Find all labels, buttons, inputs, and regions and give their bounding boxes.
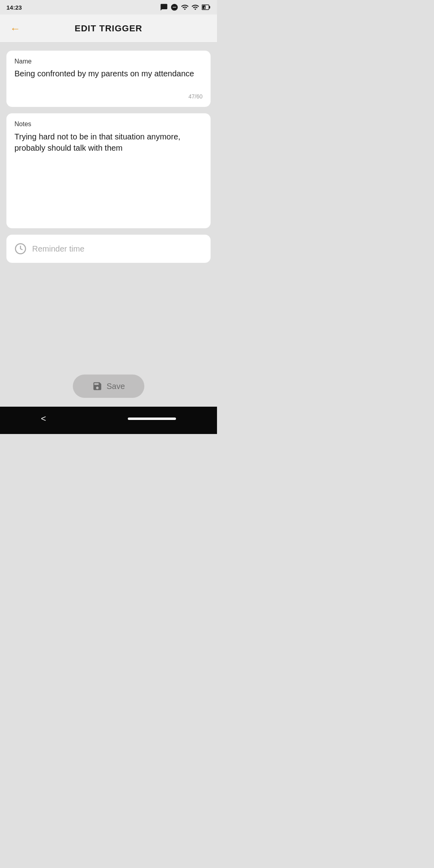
save-button[interactable]: Save (73, 375, 144, 398)
header: ← EDIT TRIGGER (0, 14, 217, 43)
nav-bar: < (0, 407, 217, 434)
name-card: Name Being confronted by my parents on m… (6, 51, 211, 107)
page-title: EDIT TRIGGER (23, 23, 194, 34)
main-content: Name Being confronted by my parents on m… (0, 43, 217, 271)
wifi-icon (181, 3, 189, 11)
notes-card: Notes Trying hard not to be in that situ… (6, 113, 211, 228)
status-bar: 14:23 (0, 0, 217, 14)
name-input[interactable]: Being confronted by my parents on my att… (14, 68, 203, 89)
save-label: Save (106, 382, 125, 391)
status-time: 14:23 (6, 4, 22, 11)
svg-rect-1 (203, 6, 206, 9)
back-button[interactable]: ← (8, 21, 23, 36)
notes-label: Notes (14, 121, 203, 128)
message-icon (160, 3, 168, 11)
nav-back-button[interactable]: < (41, 414, 46, 424)
name-label: Name (14, 58, 203, 65)
status-icons (160, 3, 211, 11)
nav-home-pill[interactable] (128, 418, 176, 420)
reminder-placeholder: Reminder time (32, 244, 84, 254)
back-arrow-icon: ← (10, 23, 20, 34)
reminder-card[interactable]: Reminder time (6, 235, 211, 263)
battery-icon (202, 4, 211, 10)
signal-icon (191, 3, 199, 11)
notes-input[interactable]: Trying hard not to be in that situation … (14, 131, 203, 219)
dnd-icon (170, 3, 178, 11)
svg-rect-2 (209, 6, 210, 8)
clock-icon (14, 243, 27, 255)
char-count: 47/60 (14, 93, 203, 100)
save-button-container: Save (73, 375, 144, 398)
save-disk-icon (92, 381, 102, 391)
